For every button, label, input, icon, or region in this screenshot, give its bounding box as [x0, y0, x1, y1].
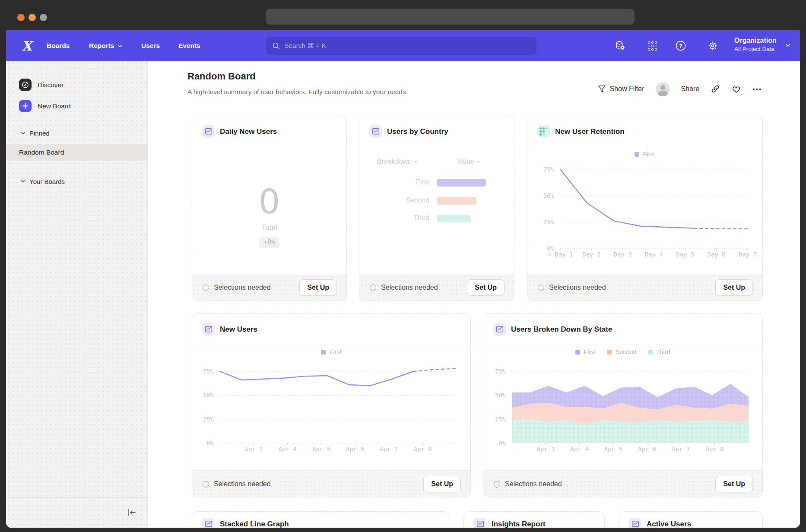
share-label: Share: [681, 85, 700, 93]
sidebar-section-your-boards[interactable]: Your Boards: [21, 178, 65, 185]
traffic-light-close[interactable]: [17, 14, 25, 21]
svg-text:Day 7: Day 7: [739, 251, 757, 258]
set-up-button[interactable]: Set Up: [467, 279, 505, 296]
plus-icon: [19, 100, 32, 112]
sidebar-section-pinned[interactable]: Pinned: [21, 130, 50, 137]
card-footer: Selections needed Set Up: [192, 274, 346, 301]
share-button[interactable]: Share: [681, 85, 700, 93]
value-dropdown[interactable]: Value ▾: [457, 158, 479, 165]
status-circle-icon: [538, 285, 544, 291]
card-new-user-retention[interactable]: New User Retention 75%50%25%0%< Day 1Day…: [527, 116, 763, 301]
metric-label: Total: [192, 223, 346, 232]
data-management-icon[interactable]: [614, 40, 626, 52]
bar: [437, 197, 476, 205]
app-window: X Boards Reports Users Events Search ⌘ +…: [6, 30, 800, 528]
retention-dots-icon: [537, 125, 550, 138]
card-footer: Selections needed Set Up: [359, 274, 514, 301]
svg-text:50%: 50%: [203, 392, 214, 399]
show-filter-button[interactable]: Show Filter: [598, 85, 644, 93]
favorite-heart-icon[interactable]: [731, 85, 741, 94]
svg-text:Apr 5: Apr 5: [312, 446, 330, 453]
card-footer: Selections needed Set Up: [527, 274, 762, 301]
bar-label: Third: [359, 214, 429, 222]
chart-legend: First: [527, 151, 762, 158]
nav-item-reports[interactable]: Reports: [89, 30, 122, 61]
nav-item-boards[interactable]: Boards: [47, 30, 70, 61]
chevron-down-icon: [117, 44, 122, 48]
legend-swatch: [635, 152, 639, 157]
legend-swatch: [321, 350, 326, 355]
selections-needed-status: Selections needed: [203, 274, 271, 301]
card-users-by-state[interactable]: Users Broken Down By State 75%50%25%0%Ap…: [483, 314, 763, 497]
card-stacked-line-graph[interactable]: Stacked Line Graph: [192, 511, 450, 528]
card-title: Insights Report: [492, 512, 546, 528]
card-insights-report[interactable]: Insights Report: [463, 511, 605, 528]
apps-grid-icon[interactable]: [646, 40, 658, 52]
settings-gear-icon[interactable]: [707, 40, 719, 52]
bar-label: First: [359, 178, 429, 186]
card-active-users[interactable]: Active Users: [619, 511, 763, 528]
divider: [359, 147, 514, 147]
svg-text:Apr 6: Apr 6: [638, 446, 656, 453]
sidebar-collapse-icon[interactable]: [126, 508, 137, 517]
svg-text:25%: 25%: [203, 416, 214, 423]
breakdown-dropdown[interactable]: Breakdown ▾: [377, 158, 417, 165]
mixpanel-logo-icon[interactable]: X: [19, 38, 35, 54]
svg-text:50%: 50%: [495, 392, 506, 399]
sidebar-item-random-board[interactable]: Random Board: [6, 144, 148, 161]
line-chart-svg: 75%50%25%0%< Day 1Day 2Day 3Day 4Day 5Da…: [527, 147, 762, 275]
set-up-button[interactable]: Set Up: [715, 476, 753, 492]
country-bar-row: Third: [359, 215, 514, 222]
svg-text:25%: 25%: [543, 218, 555, 225]
sidebar-section-label: Your Boards: [29, 178, 65, 185]
chart-legend: FirstSecondThird: [483, 348, 762, 355]
nav-item-label: Reports: [89, 42, 114, 50]
status-circle-icon: [203, 285, 209, 291]
svg-text:Day 3: Day 3: [614, 251, 632, 258]
selections-needed-status: Selections needed: [538, 274, 606, 301]
chevron-down-icon: ▾: [415, 159, 417, 165]
sidebar: Discover New Board Pinned Random Board Y…: [6, 61, 148, 528]
browser-url-bar[interactable]: [266, 9, 635, 25]
svg-text:75%: 75%: [495, 368, 506, 375]
card-new-users[interactable]: New Users 75%50%25%0%Apr 3Apr 4Apr 5Apr …: [192, 314, 471, 497]
sidebar-item-new-board[interactable]: New Board: [19, 100, 71, 112]
set-up-button[interactable]: Set Up: [715, 279, 753, 296]
sidebar-item-discover[interactable]: Discover: [19, 79, 63, 91]
card-title: Users Broken Down By State: [511, 314, 612, 345]
svg-text:0%: 0%: [206, 440, 214, 446]
search-input[interactable]: Search ⌘ + K: [266, 37, 536, 55]
svg-text:Day 5: Day 5: [676, 251, 694, 258]
set-up-button[interactable]: Set Up: [423, 476, 461, 492]
page-title: Random Board: [187, 71, 256, 82]
chart-legend: First: [192, 348, 470, 355]
chevron-down-icon: [21, 132, 25, 135]
search-placeholder: Search ⌘ + K: [284, 42, 326, 50]
more-options-button[interactable]: •••: [752, 86, 762, 93]
legend-label: First: [329, 348, 341, 355]
country-bar-row: First: [359, 179, 514, 187]
copy-link-icon[interactable]: [711, 84, 720, 94]
card-daily-new-users[interactable]: Daily New Users 0 Total ↑0% Selections n…: [192, 116, 347, 301]
status-label: Selections needed: [505, 480, 562, 488]
search-icon: [272, 42, 280, 50]
bar-label: Second: [359, 196, 429, 204]
line-chart-icon: [202, 323, 215, 336]
help-icon[interactable]: ?: [675, 40, 687, 52]
nav-item-users[interactable]: Users: [141, 30, 160, 61]
card-users-by-country[interactable]: Users by Country Breakdown ▾ Value ▾ Fir…: [359, 116, 514, 301]
svg-text:Day 6: Day 6: [708, 251, 726, 258]
traffic-light-minimize[interactable]: [29, 14, 36, 21]
svg-text:?: ?: [679, 43, 682, 49]
by-state-chart: 75%50%25%0%Apr 3Apr 4Apr 5Apr 6Apr 7Apr …: [483, 345, 762, 471]
sidebar-footer-divider: [6, 497, 148, 498]
traffic-light-zoom[interactable]: [40, 14, 47, 21]
avatar[interactable]: [656, 82, 670, 96]
set-up-button[interactable]: Set Up: [299, 279, 337, 296]
nav-item-events[interactable]: Events: [178, 30, 200, 61]
svg-text:< Day 1: < Day 1: [547, 251, 573, 258]
selections-needed-status: Selections needed: [203, 471, 271, 497]
filter-funnel-icon: [598, 85, 606, 93]
org-switcher[interactable]: Organization All Project Data: [734, 36, 790, 53]
window-titlebar: [0, 0, 806, 30]
